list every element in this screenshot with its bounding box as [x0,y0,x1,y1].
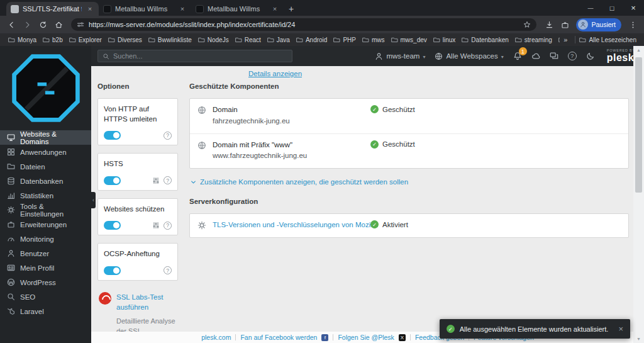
all-bookmarks-button[interactable]: Alle Lesezeichen [579,37,639,43]
profile-chip[interactable]: Pausiert [576,18,621,31]
close-window-button[interactable] [623,0,644,16]
sidebar-item[interactable]: Tools & Einstellungen [0,203,91,217]
webspaces-menu[interactable]: Alle Webspaces [435,52,503,60]
bookmark-folder[interactable]: streaming [512,33,555,46]
new-tab-button[interactable] [284,2,299,16]
provider-logo[interactable] [0,46,91,130]
additional-components-link[interactable]: Zusätzliche Komponenten anzeigen, die ge… [191,178,629,186]
sidebar-item[interactable]: Dateien [0,159,91,174]
toggle-switch-on[interactable] [104,221,121,230]
folder-icon [462,37,469,43]
footer-link-twitter[interactable]: Folgen Sie @Plesk [338,334,394,341]
settings-sliders-icon[interactable] [152,222,160,229]
search-input[interactable] [113,52,287,60]
help-icon[interactable] [164,222,172,230]
tab-favicon [11,5,19,13]
dark-mode-moon-icon[interactable] [586,52,595,60]
sidebar-item[interactable]: Datenbanken [0,174,91,188]
notifications-bell-icon[interactable]: 1 [513,52,522,60]
sidebar-item[interactable]: Anwendungen [0,145,91,159]
tab-close-icon[interactable] [178,4,187,13]
sidebar-item[interactable]: WordPress [0,275,91,290]
option-label: Von HTTP auf HTTPS umleiten [104,104,172,124]
sidebar-item-label: Benutzer [20,250,49,257]
bookmark-folder[interactable]: Monya [5,33,40,46]
bookmark-folder[interactable]: b2b [40,33,66,46]
browser-tab-2[interactable]: Metallbau Willms [99,2,191,16]
bookmark-folder[interactable]: stellen [555,33,560,46]
bookmark-folder[interactable]: Diverses [105,33,145,46]
screens-icon[interactable] [550,52,558,60]
home-icon[interactable] [52,18,65,31]
bookmark-folder[interactable]: mws_dev [388,33,430,46]
bookmark-label: streaming [525,37,552,43]
reload-icon[interactable] [36,18,50,31]
tab-close-icon[interactable] [86,4,94,13]
bookmarks-overflow-icon[interactable] [560,36,571,43]
folder-icon [391,37,398,43]
bookmark-folder[interactable]: NodeJs [195,33,232,46]
toggle-switch-on[interactable] [104,131,121,140]
sidebar-item-label: WordPress [20,279,56,286]
bookmark-folder[interactable]: Datenbanken [458,33,512,46]
toast-close-icon[interactable] [618,324,623,334]
url-text[interactable]: https://mws-server.de/modules/sslit/inde… [89,21,519,28]
bookmark-star-icon[interactable] [523,21,531,28]
page-scrollbar[interactable] [633,46,644,343]
bookmark-folder[interactable]: Explorer [66,33,105,46]
option-label: HSTS [104,159,172,169]
sidebar-item[interactable]: Mein Profil [0,261,91,275]
sidebar-item[interactable]: SEO [0,290,91,304]
sidebar-item-label: Erweiterungen [20,221,67,228]
downloads-icon[interactable] [542,18,556,31]
sidebar-item[interactable]: Erweiterungen [0,217,91,232]
footer-link-plesk[interactable]: plesk.com [201,334,231,341]
maximize-button[interactable] [601,0,623,16]
help-icon[interactable] [164,132,172,140]
browser-menu-icon[interactable] [626,18,640,31]
additional-components-label: Zusätzliche Komponenten anzeigen, die ge… [200,178,408,186]
option-label: Websites schützen [104,205,172,215]
ssl-labs-link[interactable]: SSL Labs-Test ausführen [116,292,178,312]
cloud-icon[interactable] [531,52,540,60]
sidebar-item[interactable]: Laravel [0,304,91,318]
x-twitter-icon[interactable] [399,334,406,341]
minimize-button[interactable] [580,0,601,16]
bookmark-folder[interactable]: Java [264,33,293,46]
bookmark-folder[interactable]: React [232,33,264,46]
bookmark-folder[interactable]: Bwwlinkliste [145,33,195,46]
help-icon[interactable] [568,52,577,60]
all-bookmarks-label: Alle Lesezeichen [589,37,636,43]
bookmark-folder[interactable]: mws [359,33,388,46]
details-link[interactable]: Details anzeigen [248,70,302,77]
sidebar-item[interactable]: Statistiken [0,188,91,203]
bookmark-folder[interactable]: PHP [330,33,359,46]
sidebar-item[interactable]: Monitoring [0,232,91,246]
browser-tab-1[interactable]: SSL/TLS-Zertifikat für fahrzeugt [6,2,99,16]
facebook-icon[interactable] [321,334,328,341]
settings-sliders-icon[interactable] [152,177,160,184]
help-icon[interactable] [164,266,172,274]
bookmark-folder[interactable]: Android [293,33,330,46]
sidebar-collapse-handle[interactable] [91,192,96,208]
toggle-switch-on[interactable] [104,266,121,275]
help-icon[interactable] [164,176,172,184]
scrollbar-thumb[interactable] [635,57,642,193]
browser-tab-3[interactable]: Metallbau Willms [191,2,284,16]
tab-title: Metallbau Willms [115,5,174,13]
footer-link-facebook[interactable]: Fan auf Facebook werden [240,334,317,341]
sidebar-item[interactable]: Websites & Domains [0,130,91,145]
sidebar-item[interactable]: Benutzer [0,246,91,261]
user-menu[interactable]: mws-team [375,52,425,60]
forward-icon[interactable] [20,18,34,31]
search-box[interactable] [97,50,292,62]
back-icon[interactable] [4,18,18,31]
tls-settings-link[interactable]: TLS-Versionen und -Verschlüsselungen von… [213,221,378,228]
bookmark-folder[interactable]: linux [430,33,459,46]
address-bar[interactable]: https://mws-server.de/modules/sslit/inde… [71,18,536,31]
sidebar-item-icon [7,133,15,142]
tab-close-icon[interactable] [270,4,279,13]
extensions-icon[interactable] [558,18,572,31]
toggle-switch-on[interactable] [104,176,121,185]
site-settings-icon[interactable] [77,21,84,28]
